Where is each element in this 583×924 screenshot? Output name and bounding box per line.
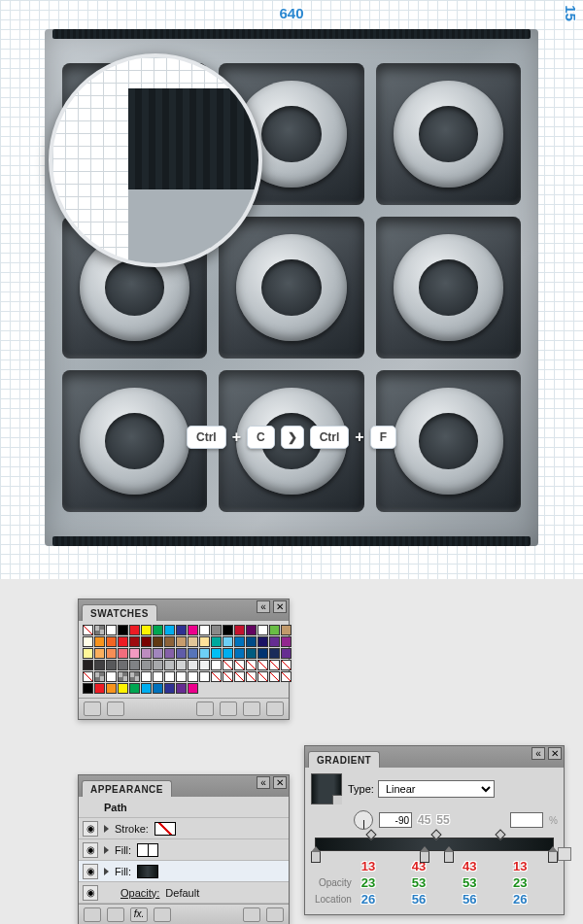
swatch[interactable] [141, 625, 152, 635]
disclosure-icon[interactable] [104, 846, 109, 854]
swatch[interactable] [234, 671, 245, 682]
swatch[interactable] [223, 625, 233, 635]
swatch[interactable] [94, 660, 105, 670]
speaker-socket[interactable] [219, 217, 363, 359]
delete-stop-icon[interactable] [558, 847, 571, 861]
swatch[interactable] [199, 671, 210, 682]
disclosure-icon[interactable] [104, 825, 109, 833]
speaker-socket[interactable] [376, 63, 521, 205]
tab-swatches[interactable]: SWATCHES [82, 604, 157, 621]
new-swatch-icon[interactable] [243, 702, 260, 716]
swatch[interactable] [211, 625, 222, 635]
appearance-fill-row[interactable]: ◉ Fill: [79, 839, 289, 861]
gradient-stop[interactable] [311, 851, 321, 863]
tab-gradient[interactable]: GRADIENT [308, 751, 380, 768]
swatch[interactable] [141, 671, 152, 682]
swatch[interactable] [118, 648, 128, 659]
swatch-options-icon[interactable] [196, 702, 214, 716]
gradient-stop[interactable] [420, 851, 429, 863]
swatch[interactable] [281, 648, 292, 659]
swatch[interactable] [211, 636, 222, 647]
swatch-grid[interactable] [79, 621, 289, 698]
swatch[interactable] [153, 683, 163, 694]
swatch[interactable] [83, 636, 93, 647]
swatch[interactable] [153, 625, 163, 635]
tab-appearance[interactable]: APPEARANCE [82, 780, 172, 797]
swatch[interactable] [153, 671, 163, 682]
swatch[interactable] [257, 660, 268, 670]
swatch[interactable] [94, 671, 105, 682]
appearance-stroke-row[interactable]: ◉ Stroke: [79, 818, 289, 839]
swatch[interactable] [129, 683, 140, 694]
swatch[interactable] [281, 636, 292, 647]
swatch[interactable] [141, 648, 152, 659]
close-icon[interactable]: ✕ [273, 600, 287, 613]
panel-tabbar[interactable]: APPEARANCE « ✕ [79, 775, 289, 797]
delete-icon[interactable] [266, 907, 284, 922]
gradient-panel[interactable]: GRADIENT « ✕ Type: Linear 45 [304, 745, 565, 915]
new-stroke-icon[interactable] [84, 907, 101, 922]
new-fill-icon[interactable] [107, 907, 124, 922]
swatch[interactable] [164, 636, 175, 647]
swatch[interactable] [118, 625, 128, 635]
swatch[interactable] [141, 636, 152, 647]
swatch[interactable] [188, 625, 198, 635]
swatch[interactable] [164, 660, 175, 670]
swatch[interactable] [188, 648, 198, 659]
swatch[interactable] [141, 683, 152, 694]
swatch[interactable] [106, 636, 117, 647]
gradient-type-select[interactable]: Linear [378, 780, 495, 798]
swatch[interactable] [211, 648, 222, 659]
delete-swatch-icon[interactable] [266, 702, 284, 716]
swatch[interactable] [118, 683, 128, 694]
stroke-swatch[interactable] [154, 822, 176, 836]
swatch[interactable] [83, 671, 93, 682]
swatch[interactable] [246, 660, 257, 670]
swatch[interactable] [257, 648, 268, 659]
swatch[interactable] [83, 683, 93, 694]
swatch[interactable] [269, 671, 280, 682]
swatch[interactable] [129, 671, 140, 682]
swatch[interactable] [199, 625, 210, 635]
fill-swatch-dark[interactable] [137, 865, 158, 878]
swatch[interactable] [223, 671, 233, 682]
aspect-input[interactable] [510, 812, 543, 828]
swatch[interactable] [176, 648, 187, 659]
visibility-icon[interactable]: ◉ [83, 842, 98, 858]
swatch[interactable] [269, 648, 280, 659]
swatch[interactable] [234, 648, 245, 659]
swatch[interactable] [188, 671, 198, 682]
artboard-canvas[interactable]: 640 15 Ctrl + C ❯ Ctrl + F [0, 0, 583, 579]
swatch[interactable] [176, 625, 187, 635]
swatch[interactable] [211, 660, 222, 670]
swatch[interactable] [211, 671, 222, 682]
swatch[interactable] [106, 683, 117, 694]
swatch[interactable] [83, 625, 93, 635]
swatch[interactable] [129, 636, 140, 647]
swatch[interactable] [257, 625, 268, 635]
gradient-stop[interactable] [444, 851, 454, 863]
swatch[interactable] [269, 660, 280, 670]
swatch[interactable] [106, 671, 117, 682]
swatch[interactable] [223, 648, 233, 659]
swatch[interactable] [176, 660, 187, 670]
swatch[interactable] [83, 648, 93, 659]
appearance-opacity-row[interactable]: ◉ Opacity: Default [79, 882, 289, 904]
swatch[interactable] [257, 636, 268, 647]
swatch[interactable] [106, 648, 117, 659]
swatch-kind-icon[interactable] [107, 702, 124, 716]
swatch[interactable] [199, 648, 210, 659]
swatch[interactable] [129, 660, 140, 670]
appearance-panel[interactable]: APPEARANCE « ✕ Path ◉ Stroke: ◉ Fill: [78, 774, 290, 924]
swatch[interactable] [188, 660, 198, 670]
clear-icon[interactable] [154, 907, 171, 922]
swatch[interactable] [223, 636, 233, 647]
swatch[interactable] [176, 671, 187, 682]
swatch[interactable] [223, 660, 233, 670]
swatch[interactable] [153, 660, 163, 670]
gradient-stop[interactable] [548, 851, 558, 863]
swatch[interactable] [94, 636, 105, 647]
close-icon[interactable]: ✕ [548, 747, 562, 760]
opacity-label[interactable]: Opacity: [120, 887, 159, 899]
swatch[interactable] [188, 683, 198, 694]
